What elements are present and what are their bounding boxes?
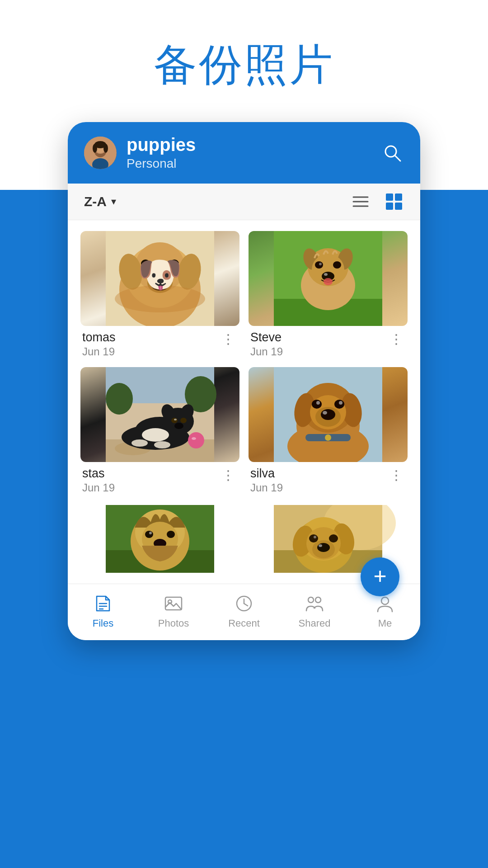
file-name: Steve bbox=[250, 330, 283, 344]
file-info: stas Jun 19 ⋮ bbox=[80, 467, 239, 494]
file-thumbnail[interactable] bbox=[80, 231, 239, 326]
nav-item-me[interactable]: Me bbox=[358, 592, 412, 629]
bottom-nav: Files Photos bbox=[68, 584, 420, 640]
avatar[interactable] bbox=[84, 137, 117, 169]
svg-point-98 bbox=[317, 543, 330, 552]
nav-item-photos[interactable]: Photos bbox=[146, 592, 201, 629]
svg-point-54 bbox=[154, 441, 170, 448]
file-name: tomas bbox=[82, 330, 116, 344]
fab-button[interactable]: + bbox=[361, 557, 399, 596]
nav-label-recent: Recent bbox=[228, 618, 260, 629]
svg-point-39 bbox=[315, 261, 323, 269]
svg-point-38 bbox=[324, 273, 328, 276]
svg-point-74 bbox=[312, 400, 322, 409]
svg-point-20 bbox=[135, 242, 185, 292]
svg-point-26 bbox=[145, 261, 149, 264]
svg-point-102 bbox=[314, 536, 316, 538]
svg-point-100 bbox=[309, 534, 318, 542]
svg-point-101 bbox=[329, 534, 338, 542]
file-thumbnail[interactable] bbox=[80, 367, 239, 462]
svg-point-77 bbox=[339, 401, 343, 405]
more-button[interactable]: ⋮ bbox=[388, 467, 406, 484]
file-thumbnail-partial[interactable] bbox=[80, 505, 239, 573]
svg-rect-16 bbox=[395, 203, 402, 210]
file-info: tomas Jun 19 ⋮ bbox=[80, 330, 239, 358]
nav-item-shared[interactable]: Shared bbox=[287, 592, 342, 629]
svg-point-56 bbox=[192, 437, 196, 440]
avatar-image bbox=[84, 137, 117, 169]
app-header: puppies Personal bbox=[68, 122, 420, 184]
svg-point-23 bbox=[154, 279, 160, 284]
svg-point-40 bbox=[333, 261, 341, 269]
photos-icon bbox=[162, 592, 185, 615]
svg-point-53 bbox=[131, 439, 148, 447]
file-name: stas bbox=[82, 467, 115, 481]
folder-title: puppies bbox=[127, 135, 196, 155]
search-icon bbox=[382, 143, 402, 163]
file-name-date: Steve Jun 19 bbox=[250, 330, 283, 358]
nav-label-photos: Photos bbox=[158, 618, 189, 629]
file-date: Jun 19 bbox=[250, 481, 283, 494]
sort-control[interactable]: Z-A ▾ bbox=[84, 194, 116, 209]
svg-line-9 bbox=[395, 156, 400, 161]
sort-label: Z-A bbox=[84, 194, 107, 209]
folder-subtitle: Personal bbox=[127, 156, 196, 171]
list-icon bbox=[351, 192, 371, 212]
svg-rect-15 bbox=[386, 203, 393, 210]
svg-point-88 bbox=[149, 532, 152, 534]
file-item: Steve Jun 19 ⋮ bbox=[249, 231, 408, 358]
svg-point-113 bbox=[381, 597, 389, 604]
svg-point-72 bbox=[321, 409, 335, 420]
file-thumbnail[interactable] bbox=[249, 367, 408, 462]
svg-point-21 bbox=[147, 273, 173, 293]
svg-point-62 bbox=[174, 423, 183, 429]
more-button[interactable]: ⋮ bbox=[388, 330, 406, 348]
file-name-date: tomas Jun 19 bbox=[82, 330, 116, 358]
file-date: Jun 19 bbox=[82, 481, 115, 494]
svg-point-24 bbox=[141, 259, 150, 268]
file-item: stas Jun 19 ⋮ bbox=[80, 367, 239, 494]
more-button[interactable]: ⋮ bbox=[220, 330, 238, 348]
svg-point-55 bbox=[188, 432, 204, 448]
phone-frame: puppies Personal Z-A ▾ bbox=[68, 122, 420, 640]
svg-rect-106 bbox=[165, 597, 182, 610]
file-item: tomas Jun 19 ⋮ bbox=[80, 231, 239, 358]
svg-point-22 bbox=[151, 278, 169, 291]
svg-rect-14 bbox=[395, 193, 402, 201]
shared-icon bbox=[303, 592, 326, 615]
svg-point-6 bbox=[103, 144, 108, 153]
svg-point-25 bbox=[170, 259, 179, 268]
file-thumbnail[interactable] bbox=[249, 231, 408, 326]
nav-label-shared: Shared bbox=[299, 618, 331, 629]
list-view-button[interactable] bbox=[351, 192, 371, 212]
svg-point-41 bbox=[319, 263, 322, 265]
header-left: puppies Personal bbox=[84, 135, 196, 171]
svg-point-87 bbox=[167, 531, 175, 538]
file-date: Jun 19 bbox=[250, 345, 283, 358]
svg-point-111 bbox=[308, 597, 314, 603]
toolbar-right bbox=[351, 192, 404, 212]
grid-view-button[interactable] bbox=[384, 192, 404, 212]
file-name-date: stas Jun 19 bbox=[82, 467, 115, 494]
file-info: silva Jun 19 ⋮ bbox=[249, 467, 408, 494]
svg-line-110 bbox=[244, 604, 248, 606]
header-text: puppies Personal bbox=[127, 135, 196, 171]
svg-point-47 bbox=[106, 383, 133, 415]
svg-point-73 bbox=[323, 411, 327, 415]
svg-rect-13 bbox=[386, 193, 393, 201]
chevron-down-icon: ▾ bbox=[111, 196, 116, 208]
nav-item-files[interactable]: Files bbox=[76, 592, 130, 629]
svg-point-5 bbox=[93, 144, 97, 153]
fab-plus-icon: + bbox=[373, 565, 386, 587]
nav-item-recent[interactable]: Recent bbox=[217, 592, 271, 629]
file-name-date: silva Jun 19 bbox=[250, 467, 283, 494]
svg-point-60 bbox=[180, 418, 187, 423]
search-button[interactable] bbox=[380, 141, 404, 165]
more-button[interactable]: ⋮ bbox=[220, 467, 238, 484]
svg-point-79 bbox=[325, 434, 331, 441]
nav-label-files: Files bbox=[93, 618, 113, 629]
bottom-nav-container: + Files bbox=[68, 584, 420, 640]
file-date: Jun 19 bbox=[82, 345, 116, 358]
svg-point-99 bbox=[319, 544, 322, 547]
svg-point-42 bbox=[324, 278, 333, 285]
